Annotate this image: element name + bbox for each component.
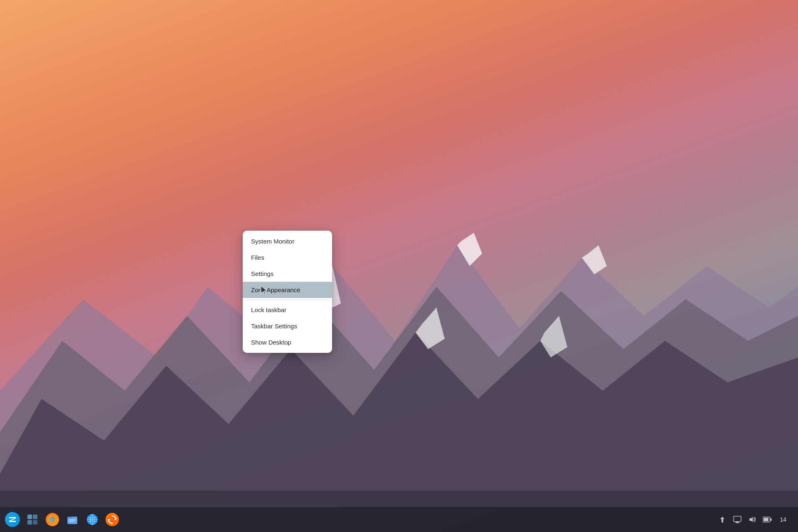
svg-marker-4	[457, 233, 482, 266]
menu-item-taskbar-settings[interactable]: Taskbar Settings	[243, 318, 332, 334]
svg-rect-11	[27, 515, 32, 519]
svg-rect-14	[33, 520, 37, 525]
menu-item-files[interactable]: Files	[243, 249, 332, 266]
svg-rect-32	[771, 518, 772, 521]
tray-icon-volume[interactable]	[746, 514, 758, 525]
workspaces-icon	[26, 513, 39, 526]
mountain-background	[0, 183, 798, 507]
taskbar-app-browser[interactable]	[83, 510, 101, 529]
taskbar-app-zorin-menu[interactable]	[3, 510, 22, 529]
taskbar-left	[3, 510, 717, 529]
svg-rect-18	[69, 520, 76, 520]
desktop: System Monitor Files Settings Zorin Appe…	[0, 0, 798, 532]
svg-marker-1	[0, 287, 798, 507]
menu-item-show-desktop[interactable]: Show Desktop	[243, 334, 332, 350]
taskbar-app-firefox[interactable]	[43, 510, 62, 529]
svg-marker-26	[720, 517, 724, 522]
svg-rect-28	[736, 522, 739, 522]
svg-rect-8	[0, 490, 798, 507]
menu-item-zorin-appearance[interactable]: Zorin Appearance	[243, 282, 332, 298]
taskbar-app-files[interactable]	[63, 510, 81, 529]
svg-rect-12	[33, 515, 37, 519]
taskbar-right: 14	[717, 514, 795, 525]
menu-item-settings[interactable]: Settings	[243, 266, 332, 282]
svg-marker-0	[0, 245, 798, 507]
tray-icon-upload[interactable]	[717, 514, 728, 525]
files-icon	[66, 513, 79, 526]
svg-marker-7	[540, 316, 567, 357]
tray-icon-display[interactable]	[732, 514, 743, 525]
svg-marker-2	[0, 332, 798, 507]
svg-rect-27	[734, 516, 741, 522]
svg-marker-6	[416, 308, 445, 349]
taskbar-app-updater[interactable]	[103, 510, 121, 529]
tray-icon-battery[interactable]	[761, 514, 773, 525]
firefox-icon	[46, 513, 59, 526]
svg-rect-13	[27, 520, 32, 525]
menu-separator	[243, 300, 332, 300]
web-browser-icon	[86, 513, 99, 526]
menu-item-system-monitor[interactable]: System Monitor	[243, 233, 332, 249]
menu-item-lock-taskbar[interactable]: Lock taskbar	[243, 302, 332, 318]
svg-rect-33	[764, 518, 768, 521]
taskbar-clock[interactable]: 14	[776, 516, 790, 523]
context-menu: System Monitor Files Settings Zorin Appe…	[243, 231, 332, 353]
svg-rect-29	[735, 522, 739, 523]
software-updater-icon	[106, 513, 119, 526]
taskbar: 14	[0, 507, 798, 532]
svg-marker-5	[582, 245, 607, 274]
svg-marker-10	[9, 517, 16, 522]
svg-rect-19	[69, 521, 74, 522]
svg-marker-30	[749, 517, 753, 522]
taskbar-app-workspaces[interactable]	[23, 510, 42, 529]
zorin-logo-icon	[5, 512, 20, 527]
